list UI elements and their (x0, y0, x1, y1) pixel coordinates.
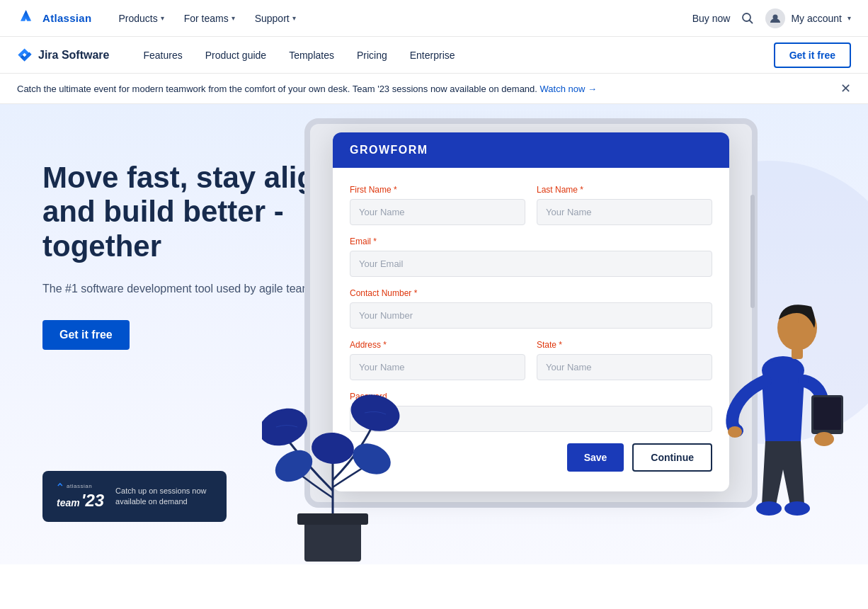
save-button[interactable]: Save (567, 443, 624, 472)
growform-title: GROWFORM (350, 144, 428, 156)
last-name-label: Last Name * (537, 185, 712, 195)
contact-group: Contact Number * (350, 288, 712, 329)
support-menu[interactable]: Support ▾ (245, 0, 306, 37)
chevron-down-icon: ▾ (292, 14, 296, 22)
secondary-nav-items: Features Product guide Templates Pricing… (132, 37, 773, 74)
team-label: team (57, 497, 80, 508)
first-name-label: First Name * (350, 185, 525, 195)
my-account-button[interactable]: My account ▾ (765, 8, 851, 28)
svg-rect-13 (813, 397, 841, 430)
avatar (765, 8, 785, 28)
state-label: State * (537, 340, 712, 350)
secondary-navigation: Jira Software Features Product guide Tem… (0, 37, 868, 74)
team-logo: atlassian team '23 (57, 482, 104, 511)
svg-point-4 (262, 402, 312, 453)
close-icon[interactable]: ✕ (840, 81, 851, 96)
svg-point-5 (347, 389, 404, 436)
top-nav-right: Buy now My account ▾ (692, 8, 851, 28)
jira-software-name: Jira Software (38, 49, 109, 62)
email-group: Email * (350, 237, 712, 277)
hero-cta-button[interactable]: Get it free (42, 320, 130, 350)
password-input[interactable] (350, 406, 712, 432)
password-row: Password (350, 392, 712, 432)
buy-now-link[interactable]: Buy now (692, 13, 731, 24)
get-it-free-secondary-button[interactable]: Get it free (774, 42, 851, 68)
team-year: '23 (81, 491, 104, 511)
products-menu[interactable]: Products ▾ (108, 0, 173, 37)
atlassian-logo[interactable]: Atlassian (17, 8, 91, 28)
watch-now-link[interactable]: Watch now → (540, 84, 597, 94)
continue-button[interactable]: Continue (632, 443, 712, 472)
jira-software-logo[interactable]: Jira Software (17, 47, 109, 63)
chevron-down-icon: ▾ (847, 14, 851, 22)
nav-product-guide[interactable]: Product guide (194, 37, 278, 74)
atlassian-logo-text: Atlassian (42, 12, 91, 24)
plant-decoration (262, 349, 404, 564)
email-input[interactable] (350, 251, 712, 277)
top-navigation: Atlassian Products ▾ For teams ▾ Support… (0, 0, 868, 37)
svg-point-14 (814, 432, 834, 446)
team-card-description: Catch up on sessions now available on de… (115, 486, 212, 508)
password-group: Password (350, 392, 712, 432)
name-row: First Name * Last Name * (350, 185, 712, 225)
person-illustration (719, 264, 847, 564)
svg-point-15 (756, 501, 782, 516)
chevron-down-icon: ▾ (161, 14, 164, 22)
atlassian-small-text: atlassian (67, 483, 92, 489)
last-name-input[interactable] (537, 199, 712, 225)
nav-templates[interactable]: Templates (278, 37, 346, 74)
first-name-group: First Name * (350, 185, 525, 225)
password-label: Password (350, 392, 712, 402)
chevron-down-icon: ▾ (232, 14, 235, 22)
state-input[interactable] (537, 354, 712, 380)
growform-header: GROWFORM (333, 132, 729, 168)
form-buttons: Save Continue (350, 443, 712, 472)
for-teams-menu[interactable]: For teams ▾ (174, 0, 245, 37)
nav-pricing[interactable]: Pricing (346, 37, 399, 74)
email-row: Email * (350, 237, 712, 277)
contact-input[interactable] (350, 302, 712, 329)
nav-enterprise[interactable]: Enterprise (399, 37, 467, 74)
state-group: State * (537, 340, 712, 380)
banner-text: Catch the ultimate event for modern team… (17, 84, 829, 94)
contact-row: Contact Number * (350, 288, 712, 329)
svg-rect-3 (297, 513, 368, 525)
search-icon[interactable] (741, 12, 754, 25)
email-label: Email * (350, 237, 712, 246)
last-name-group: Last Name * (537, 185, 712, 225)
address-row: Address * State * (350, 340, 712, 380)
address-label: Address * (350, 340, 525, 350)
nav-features[interactable]: Features (132, 37, 193, 74)
contact-label: Contact Number * (350, 288, 712, 298)
announcement-banner: Catch the ultimate event for modern team… (0, 74, 868, 104)
svg-rect-11 (792, 348, 803, 359)
svg-rect-2 (304, 519, 361, 562)
svg-point-16 (784, 501, 810, 516)
hero-section: Move fast, stay aligned, and build bette… (0, 104, 868, 564)
my-account-label: My account (791, 13, 842, 24)
top-nav-items: Products ▾ For teams ▾ Support ▾ (108, 0, 692, 37)
svg-point-8 (310, 431, 355, 465)
atlassian-small-logo: atlassian (57, 482, 92, 489)
svg-point-17 (728, 426, 742, 438)
first-name-input[interactable] (350, 199, 525, 225)
team-card: atlassian team '23 Catch up on sessions … (42, 471, 227, 522)
